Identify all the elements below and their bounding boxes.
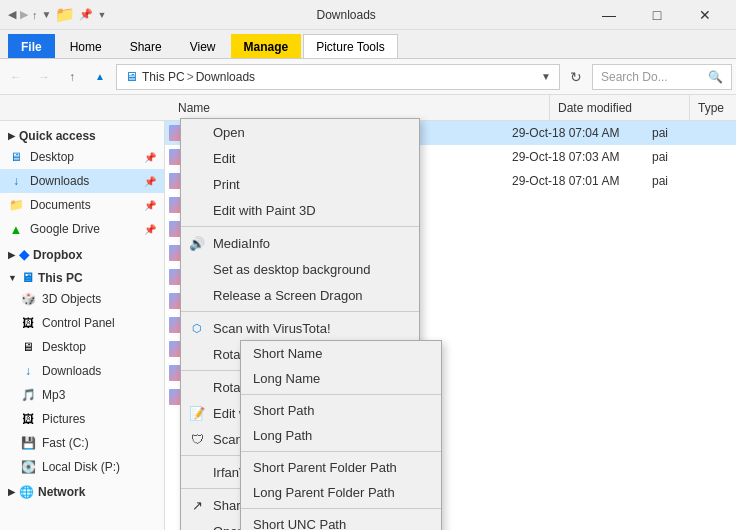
small-down-icon[interactable]: ▼ — [97, 10, 106, 20]
sidebar-header-quick-access[interactable]: ▶ Quick access — [0, 125, 164, 145]
submenu-item-short-parent-folder[interactable]: Short Parent Folder Path — [241, 455, 441, 480]
sidebar-item-fast-c[interactable]: 💾 Fast (C:) — [0, 431, 164, 455]
col-header-date[interactable]: Date modified — [550, 95, 690, 120]
sidebar-item-pictures[interactable]: 🖼 Pictures — [0, 407, 164, 431]
file-date: 29-Oct-18 07:01 AM — [512, 174, 652, 188]
context-menu-item-scan-virustotal[interactable]: ⬡Scan with VirusTota! — [181, 315, 419, 341]
context-menu-item-edit[interactable]: Edit — [181, 145, 419, 171]
submenu-item-long-name[interactable]: Long Name — [241, 366, 441, 391]
share-icon: ↗ — [189, 497, 205, 513]
address-bar: ← → ↑ ▲ 🖥 This PC > Downloads ▼ ↻ Search… — [0, 59, 736, 95]
pin-icon-downloads: 📌 — [144, 176, 156, 187]
context-menu-item-open[interactable]: Open — [181, 119, 419, 145]
sm-label-short-path: Short Path — [253, 403, 314, 418]
submenu-separator — [241, 508, 441, 509]
down-arrow-icon[interactable]: ▼ — [42, 9, 52, 20]
tab-file[interactable]: File — [8, 34, 55, 58]
file-type: pai — [652, 126, 732, 140]
context-menu-item-mediainfo[interactable]: 🔊MediaInfo — [181, 230, 419, 256]
submenu-separator — [241, 394, 441, 395]
sidebar-section-this-pc: ▼ 🖥 This PC 🎲 3D Objects 🖼 Control Panel… — [0, 266, 164, 479]
window-controls: — □ ✕ — [586, 1, 728, 29]
search-placeholder: Search Do... — [601, 70, 668, 84]
sidebar-section-dropbox: ▶ ◆ Dropbox — [0, 243, 164, 264]
tab-picture-tools[interactable]: Picture Tools — [303, 34, 397, 58]
virustotal-icon: ⬡ — [189, 320, 205, 336]
ribbon-tabs: File Home Share View Manage Picture Tool… — [0, 30, 736, 58]
pin-icon[interactable]: 📌 — [79, 8, 93, 21]
pin-icon-documents: 📌 — [144, 200, 156, 211]
sm-label-long-parent-folder: Long Parent Folder Path — [253, 485, 395, 500]
submenu-item-short-name[interactable]: Short Name — [241, 341, 441, 366]
context-menu-item-edit-paint3d[interactable]: Edit with Paint 3D — [181, 197, 419, 223]
tab-home[interactable]: Home — [57, 34, 115, 58]
refresh-button[interactable]: ↻ — [564, 65, 588, 89]
thispc-icon: 🖥 — [21, 270, 34, 285]
context-menu-item-release-dragon[interactable]: Release a Screen Dragon — [181, 282, 419, 308]
back-arrow-icon[interactable]: ◀ — [8, 8, 16, 21]
tab-manage[interactable]: Manage — [231, 34, 302, 58]
tab-view[interactable]: View — [177, 34, 229, 58]
sidebar-header-this-pc[interactable]: ▼ 🖥 This PC — [0, 266, 164, 287]
title-bar: ◀ ▶ ↑ ▼ 📁 📌 ▼ Downloads — □ ✕ — [0, 0, 736, 30]
fast-c-icon: 💾 — [20, 435, 36, 451]
up-button[interactable]: ↑ — [60, 65, 84, 89]
sidebar-item-local-disk-p[interactable]: 💽 Local Disk (P:) — [0, 455, 164, 479]
3d-objects-icon: 🎲 — [20, 291, 36, 307]
sidebar-label-this-pc: This PC — [38, 271, 83, 285]
submenu-item-short-path[interactable]: Short Path — [241, 398, 441, 423]
forward-icon[interactable]: ▶ — [20, 8, 28, 21]
ribbon: File Home Share View Manage Picture Tool… — [0, 30, 736, 59]
context-menu-separator — [181, 311, 419, 312]
submenu-item-long-path[interactable]: Long Path — [241, 423, 441, 448]
cm-label-scan-virustotal: Scan with VirusTota! — [213, 321, 331, 336]
col-header-name[interactable]: Name — [170, 95, 550, 120]
sidebar-item-google-drive[interactable]: ▲ Google Drive 📌 — [0, 217, 164, 241]
dropbox-icon: ◆ — [19, 247, 29, 262]
forward-button[interactable]: → — [32, 65, 56, 89]
up-arrow-button[interactable]: ▲ — [88, 65, 112, 89]
up-icon[interactable]: ↑ — [32, 9, 38, 21]
sidebar-item-downloads2[interactable]: ↓ Downloads — [0, 359, 164, 383]
submenu-item-short-unc-path[interactable]: Short UNC Path — [241, 512, 441, 530]
downloads-icon: ↓ — [8, 173, 24, 189]
control-panel-icon: 🖼 — [20, 315, 36, 331]
close-button[interactable]: ✕ — [682, 1, 728, 29]
sidebar-item-mp3[interactable]: 🎵 Mp3 — [0, 383, 164, 407]
sidebar-item-documents[interactable]: 📁 Documents 📌 — [0, 193, 164, 217]
sidebar-section-quick-access: ▶ Quick access 🖥 Desktop 📌 ↓ Downloads 📌… — [0, 125, 164, 241]
address-path[interactable]: 🖥 This PC > Downloads ▼ — [116, 64, 560, 90]
cm-label-release-dragon: Release a Screen Dragon — [213, 288, 363, 303]
submenu: Short NameLong NameShort PathLong PathSh… — [240, 340, 442, 530]
file-type: pai — [652, 174, 732, 188]
sidebar-label-dropbox: Dropbox — [33, 248, 82, 262]
sidebar-label-quick-access: Quick access — [19, 129, 96, 143]
submenu-item-long-parent-folder[interactable]: Long Parent Folder Path — [241, 480, 441, 505]
path-dropdown-icon[interactable]: ▼ — [541, 71, 551, 82]
search-box[interactable]: Search Do... 🔍 — [592, 64, 732, 90]
mediainfo-icon: 🔊 — [189, 235, 205, 251]
context-menu-item-set-desktop[interactable]: Set as desktop background — [181, 256, 419, 282]
pictures-icon: 🖼 — [20, 411, 36, 427]
local-disk-p-icon: 💽 — [20, 459, 36, 475]
sidebar-item-desktop2[interactable]: 🖥 Desktop — [0, 335, 164, 359]
minimize-button[interactable]: — — [586, 1, 632, 29]
col-header-type[interactable]: Type — [690, 95, 736, 120]
path-downloads[interactable]: Downloads — [196, 70, 255, 84]
maximize-button[interactable]: □ — [634, 1, 680, 29]
chevron-dropbox-icon: ▶ — [8, 250, 15, 260]
sidebar-item-control-panel[interactable]: 🖼 Control Panel — [0, 311, 164, 335]
sidebar-item-desktop[interactable]: 🖥 Desktop 📌 — [0, 145, 164, 169]
context-menu-item-print[interactable]: Print — [181, 171, 419, 197]
sidebar-item-3d-objects[interactable]: 🎲 3D Objects — [0, 287, 164, 311]
tab-share[interactable]: Share — [117, 34, 175, 58]
sidebar-header-network[interactable]: ▶ 🌐 Network — [0, 481, 164, 501]
sidebar-item-downloads[interactable]: ↓ Downloads 📌 — [0, 169, 164, 193]
file-date: 29-Oct-18 07:03 AM — [512, 150, 652, 164]
chevron-right-icon: ▶ — [8, 131, 15, 141]
sidebar-header-dropbox[interactable]: ▶ ◆ Dropbox — [0, 243, 164, 264]
pin-icon-desktop: 📌 — [144, 152, 156, 163]
window-title: Downloads — [106, 8, 586, 22]
path-this-pc[interactable]: This PC — [142, 70, 185, 84]
back-button[interactable]: ← — [4, 65, 28, 89]
